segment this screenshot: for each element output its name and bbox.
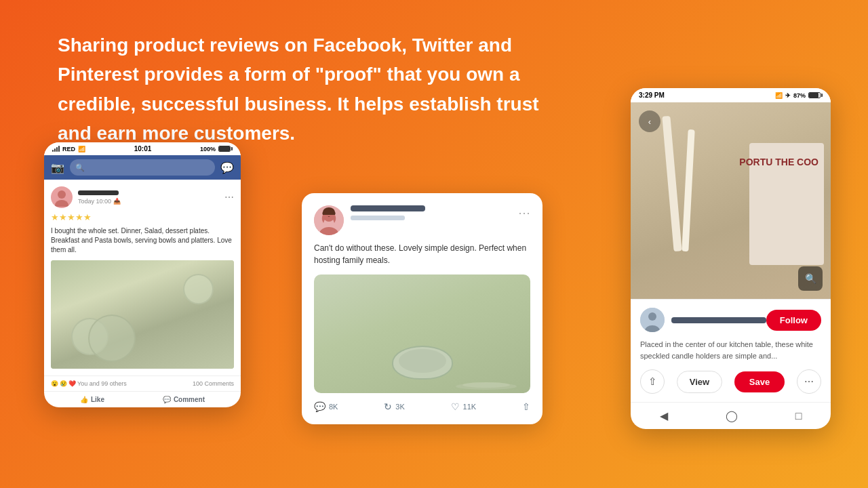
- pinterest-phone: 3:29 PM 📶 ✈ 87% PORTU THE COO ‹ 🔍: [631, 88, 831, 429]
- fb-signal-icon: [52, 146, 60, 152]
- pin-action-row: ⇧ View Save ⋯: [640, 369, 821, 394]
- pin-share-button[interactable]: ⇧: [640, 369, 665, 394]
- tw-likes-count: 11K: [463, 403, 477, 411]
- candle1-decoration: [662, 116, 682, 251]
- pin-back-button[interactable]: ‹: [639, 110, 660, 132]
- tw-stats: 💬 8K ↻ 3K ♡ 11K ⇧: [314, 401, 530, 412]
- svg-point-0: [58, 190, 66, 199]
- pin-image-area: PORTU THE COO ‹ 🔍: [631, 102, 831, 299]
- pin-status-right: 📶 ✈ 87%: [775, 92, 823, 99]
- pin-square-nav-icon[interactable]: □: [795, 410, 802, 422]
- pin-wifi-icon: 📶: [775, 92, 783, 99]
- tw-retweet-icon: ↻: [384, 401, 392, 412]
- pin-description: Placed in the center of our kitchen tabl…: [640, 339, 821, 361]
- pin-follow-button[interactable]: Follow: [766, 310, 821, 331]
- pin-more-icon: ⋯: [804, 376, 814, 387]
- tw-name-bar: [351, 205, 425, 211]
- fb-wifi-icon: 📶: [78, 146, 85, 152]
- fb-post-meta: Today 10:00 📥: [78, 190, 224, 205]
- fb-like-icon: 👍: [80, 396, 88, 403]
- tw-comments-count: 8K: [329, 403, 338, 411]
- tw-share-icon: ⇧: [522, 401, 530, 412]
- fb-search-icon: 🔍: [75, 163, 85, 172]
- pin-battery-icon: [808, 92, 823, 98]
- facebook-phone: RED 📶 10:01 100% 📷 🔍 💬: [44, 142, 241, 407]
- tw-comments-stat[interactable]: 💬 8K: [314, 401, 338, 412]
- tw-share-stat[interactable]: ⇧: [522, 401, 530, 412]
- pin-search-button[interactable]: 🔍: [798, 266, 823, 291]
- tw-comment-icon: 💬: [314, 401, 326, 412]
- fb-status-left: RED 📶: [52, 146, 85, 152]
- svg-point-1: [55, 200, 68, 207]
- fb-reaction-count: You and 99 others: [77, 380, 127, 387]
- book-title-text: PORTU THE COO: [739, 157, 818, 168]
- tw-post-image: [314, 274, 530, 393]
- headline-text: Sharing product reviews on Facebook, Twi…: [58, 30, 566, 148]
- fb-comment-button[interactable]: 💬 Comment: [163, 396, 205, 403]
- fb-post: Today 10:00 📥 ⋯ ★★★★★ I bought the whole…: [44, 180, 241, 376]
- fb-comment-icon: 💬: [163, 396, 171, 403]
- fb-messenger-icon[interactable]: 💬: [220, 161, 234, 174]
- pin-share-icon: ⇧: [648, 375, 657, 388]
- candle2-decoration: [682, 129, 694, 251]
- fb-carrier: RED: [62, 146, 75, 152]
- pin-signal-icon: ✈: [785, 92, 791, 99]
- tw-name-area: [351, 205, 518, 220]
- fb-status-right: 100%: [200, 146, 233, 152]
- fb-comment-count: 100 Comments: [193, 380, 234, 387]
- tw-more-icon[interactable]: ⋯: [518, 205, 530, 220]
- fb-review-text: I bought the whole set. Dinner, Salad, d…: [51, 226, 234, 255]
- pin-username-bar: [671, 317, 766, 323]
- pin-save-button[interactable]: Save: [734, 371, 785, 392]
- fb-reactions: 😮😢❤️ You and 99 others 100 Comments: [44, 376, 241, 392]
- fb-comment-label: Comment: [174, 396, 205, 403]
- fb-like-button[interactable]: 👍 Like: [80, 396, 104, 403]
- fb-time: 10:01: [134, 145, 152, 152]
- fb-post-time: Today 10:00 📥: [78, 198, 224, 205]
- tw-header: ⋯: [314, 205, 530, 235]
- twitter-card: ⋯ Can't do without these. Lovely simple …: [302, 193, 542, 424]
- pin-view-button[interactable]: View: [677, 371, 722, 393]
- svg-point-7: [648, 312, 656, 321]
- pin-status-bar: 3:29 PM 📶 ✈ 87%: [631, 88, 831, 102]
- fb-actions: 👍 Like 💬 Comment: [44, 392, 241, 407]
- pin-time: 3:29 PM: [639, 92, 665, 99]
- pin-back-nav-icon[interactable]: ◀: [660, 409, 668, 422]
- fb-search-bar[interactable]: 🔍: [70, 159, 215, 176]
- fb-navbar: 📷 🔍 💬: [44, 155, 241, 180]
- fb-post-more-icon[interactable]: ⋯: [224, 192, 234, 203]
- tw-retweets-stat[interactable]: ↻ 3K: [384, 401, 404, 412]
- fb-stars: ★★★★★: [51, 212, 234, 222]
- pin-user-row: Follow: [640, 308, 821, 332]
- fb-post-name-bar: [78, 190, 119, 195]
- pin-nav-bar: ◀ ◯ □: [631, 402, 831, 429]
- fb-post-image: [51, 260, 234, 369]
- fb-battery-icon: [218, 146, 233, 152]
- pin-battery-pct: 87%: [793, 92, 806, 99]
- fb-user-avatar: [51, 186, 73, 208]
- fb-post-header: Today 10:00 📥 ⋯: [51, 186, 234, 208]
- tw-user-avatar: [314, 205, 344, 235]
- fb-reaction-emojis: 😮😢❤️ You and 99 others: [51, 380, 127, 387]
- fb-like-label: Like: [91, 396, 104, 403]
- pin-user-avatar: [640, 308, 665, 332]
- fb-status-bar: RED 📶 10:01 100%: [44, 142, 241, 155]
- tw-retweets-count: 3K: [395, 403, 404, 411]
- fb-camera-icon[interactable]: 📷: [51, 161, 64, 174]
- tw-likes-stat[interactable]: ♡ 11K: [451, 401, 477, 412]
- fb-battery-pct: 100%: [200, 146, 216, 152]
- tw-handle-bar: [351, 216, 405, 220]
- pin-info: Follow Placed in the center of our kitch…: [631, 299, 831, 402]
- pin-home-nav-icon[interactable]: ◯: [726, 409, 738, 422]
- tw-review-text: Can't do without these. Lovely simple de…: [314, 242, 530, 266]
- tw-heart-icon: ♡: [451, 401, 460, 412]
- pin-more-button[interactable]: ⋯: [797, 369, 821, 394]
